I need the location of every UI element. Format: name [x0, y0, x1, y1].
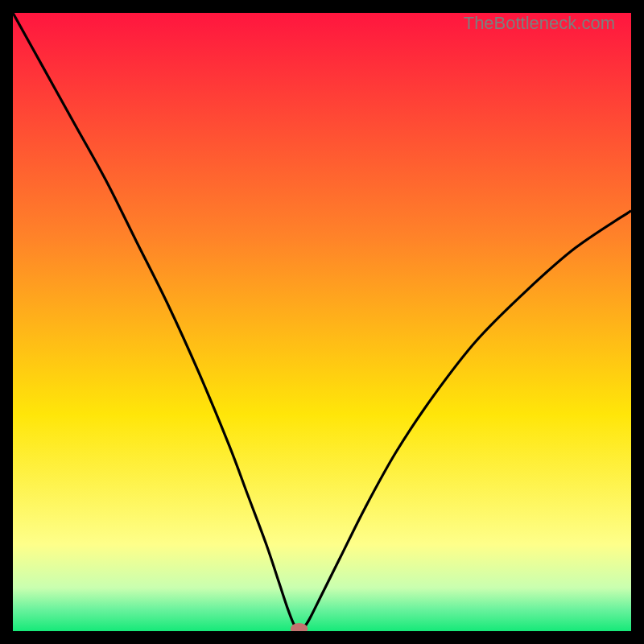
watermark-text: TheBottleneck.com: [464, 13, 615, 34]
plot-area: TheBottleneck.com: [13, 13, 631, 631]
bottleneck-chart: [13, 13, 631, 631]
gradient-background: [13, 13, 631, 631]
